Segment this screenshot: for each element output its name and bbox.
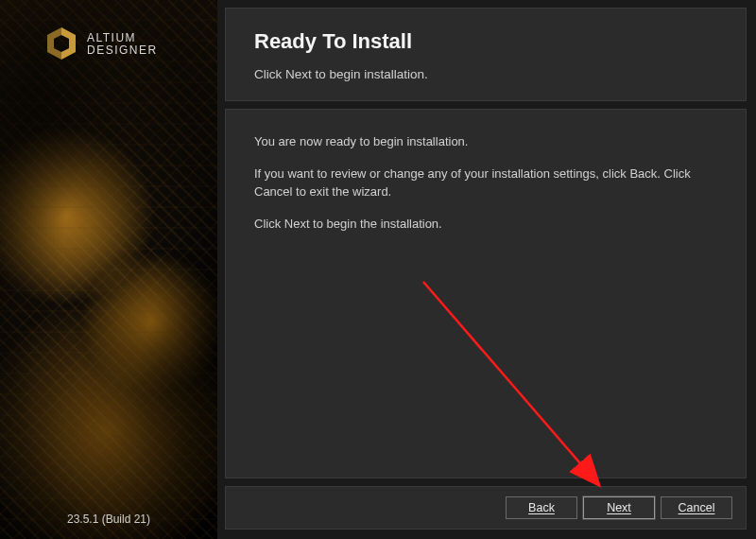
body-text-3: Click Next to begin the installation. [254,215,717,234]
header-panel: Ready To Install Click Next to begin ins… [225,8,747,101]
sidebar: ALTIUM DESIGNER 23.5.1 (Build 21) [0,0,217,539]
brand-line2: DESIGNER [87,44,158,57]
brand-logo: ALTIUM DESIGNER [0,0,217,81]
installer-window: ALTIUM DESIGNER 23.5.1 (Build 21) Ready … [0,0,756,539]
body-text-1: You are now ready to begin installation. [254,132,717,151]
main-content: Ready To Install Click Next to begin ins… [217,0,756,539]
brand-text: ALTIUM DESIGNER [87,32,158,56]
back-button[interactable]: Back [506,496,577,519]
page-title: Ready To Install [254,29,717,54]
footer-panel: Back Next Cancel [225,486,747,530]
cancel-button[interactable]: Cancel [661,496,732,519]
body-panel: You are now ready to begin installation.… [225,109,747,478]
altium-logo-icon [45,26,77,62]
page-subtitle: Click Next to begin installation. [254,67,717,81]
version-label: 23.5.1 (Build 21) [0,513,217,526]
next-button[interactable]: Next [583,496,655,519]
body-text-2: If you want to review or change any of y… [254,165,717,201]
